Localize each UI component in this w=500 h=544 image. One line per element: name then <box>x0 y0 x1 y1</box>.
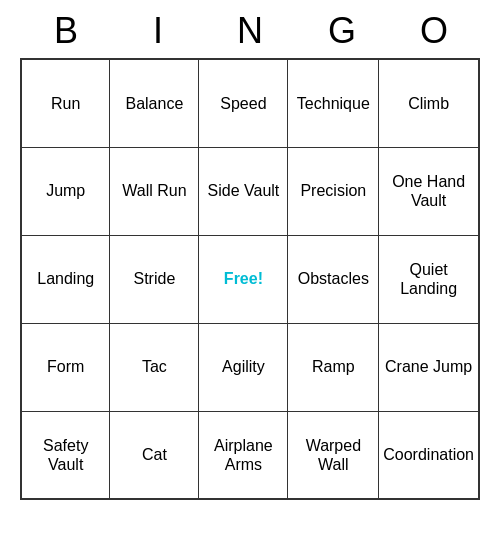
grid-cell-r1-c3: Precision <box>288 147 379 235</box>
grid-cell-r3-c2: Agility <box>199 323 288 411</box>
grid-cell-r3-c1: Tac <box>110 323 199 411</box>
grid-cell-r2-c1: Stride <box>110 235 199 323</box>
grid-cell-r3-c0: Form <box>21 323 110 411</box>
grid-cell-r1-c4: One Hand Vault <box>379 147 479 235</box>
grid-cell-r0-c2: Speed <box>199 59 288 147</box>
grid-row: RunBalanceSpeedTechniqueClimb <box>21 59 479 147</box>
grid-cell-r4-c4: Coordination <box>379 411 479 499</box>
grid-row: LandingStrideFree!ObstaclesQuiet Landing <box>21 235 479 323</box>
grid-cell-r4-c2: Airplane Arms <box>199 411 288 499</box>
header-letter-g: G <box>300 10 384 52</box>
grid-cell-r4-c1: Cat <box>110 411 199 499</box>
grid-cell-r4-c0: Safety Vault <box>21 411 110 499</box>
grid-row: JumpWall RunSide VaultPrecisionOne Hand … <box>21 147 479 235</box>
grid-cell-r2-c4: Quiet Landing <box>379 235 479 323</box>
grid-cell-r1-c2: Side Vault <box>199 147 288 235</box>
grid-cell-r2-c0: Landing <box>21 235 110 323</box>
grid-cell-r0-c4: Climb <box>379 59 479 147</box>
grid-row: Safety VaultCatAirplane ArmsWarped WallC… <box>21 411 479 499</box>
grid-cell-r2-c2: Free! <box>199 235 288 323</box>
grid-cell-r3-c4: Crane Jump <box>379 323 479 411</box>
grid-cell-r1-c0: Jump <box>21 147 110 235</box>
header-letter-i: I <box>116 10 200 52</box>
bingo-grid: RunBalanceSpeedTechniqueClimbJumpWall Ru… <box>20 58 480 500</box>
grid-cell-r4-c3: Warped Wall <box>288 411 379 499</box>
grid-cell-r2-c3: Obstacles <box>288 235 379 323</box>
grid-cell-r0-c1: Balance <box>110 59 199 147</box>
grid-cell-r1-c1: Wall Run <box>110 147 199 235</box>
grid-cell-r0-c0: Run <box>21 59 110 147</box>
header-letter-b: B <box>24 10 108 52</box>
grid-row: FormTacAgilityRampCrane Jump <box>21 323 479 411</box>
header-letter-o: O <box>392 10 476 52</box>
bingo-header: BINGO <box>20 0 480 58</box>
grid-cell-r3-c3: Ramp <box>288 323 379 411</box>
header-letter-n: N <box>208 10 292 52</box>
grid-cell-r0-c3: Technique <box>288 59 379 147</box>
